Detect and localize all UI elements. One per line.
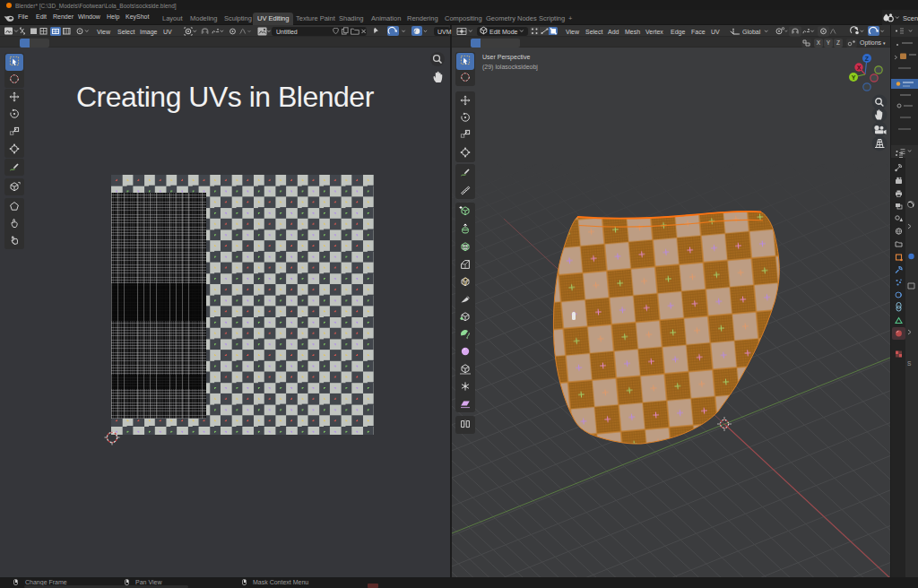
svg-text:Y: Y (852, 74, 856, 81)
svg-text:S: S (907, 360, 912, 367)
svg-text:X: X (857, 65, 862, 71)
svg-text:Z: Z (865, 56, 870, 62)
